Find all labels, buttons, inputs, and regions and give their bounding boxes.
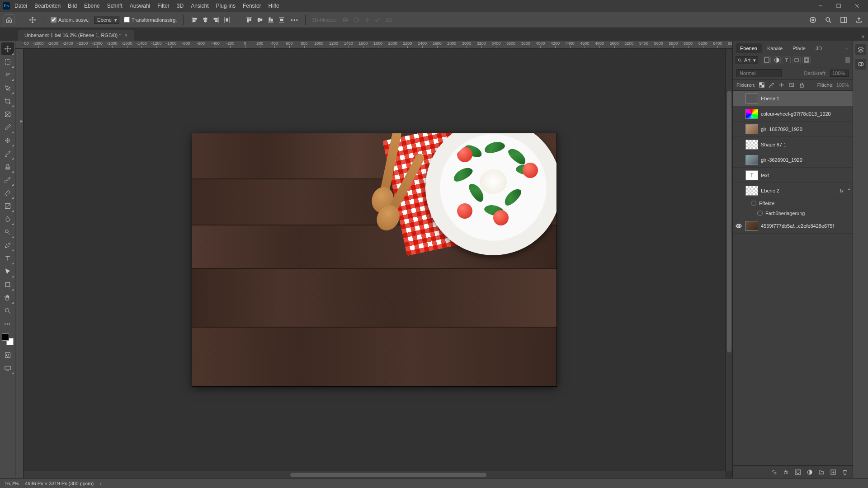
blur-tool[interactable]	[1, 213, 14, 225]
horizontal-scrollbar[interactable]	[24, 471, 725, 478]
layer-name[interactable]: 4559f777db5af...c2efe8428e675f	[761, 223, 851, 229]
dodge-tool[interactable]	[1, 226, 14, 239]
effects-header[interactable]: Effekte	[733, 198, 853, 208]
layer-thumbnail[interactable]	[745, 109, 758, 119]
filter-adjust-icon[interactable]	[773, 56, 781, 64]
stamp-tool[interactable]	[1, 160, 14, 173]
canvas-viewport[interactable]	[24, 49, 725, 471]
delete-layer-icon[interactable]	[841, 468, 849, 476]
filter-type-icon[interactable]	[783, 56, 791, 64]
close-tab-icon[interactable]: ×	[124, 33, 127, 38]
filter-toggle[interactable]	[845, 57, 850, 63]
history-brush-tool[interactable]	[1, 174, 14, 186]
align-vcenter-icon[interactable]	[255, 15, 264, 24]
layer-thumbnail[interactable]	[745, 221, 758, 231]
layer-name[interactable]: Ebene 1	[761, 96, 851, 101]
layer-row[interactable]: Ebene 2fx⌃	[733, 183, 853, 198]
layer-row[interactable]: 4559f777db5af...c2efe8428e675f	[733, 218, 853, 234]
menu-plug-ins[interactable]: Plug-ins	[212, 1, 239, 11]
ruler-vertical[interactable]: 0	[15, 49, 24, 478]
edit-toolbar-icon[interactable]: ⋯	[1, 318, 14, 330]
lock-all-icon[interactable]	[798, 81, 805, 89]
group-layers-icon[interactable]	[817, 468, 826, 476]
frame-tool[interactable]	[1, 108, 14, 121]
visibility-toggle[interactable]	[735, 94, 743, 103]
filter-shape-icon[interactable]	[793, 56, 801, 64]
auto-select-target-select[interactable]: Ebene ▾	[94, 16, 119, 24]
scrollbar-thumb[interactable]	[290, 473, 487, 477]
zoom-tool[interactable]	[1, 305, 14, 317]
layer-thumbnail[interactable]	[745, 155, 758, 165]
layer-row[interactable]: girl-1867092_1920	[733, 122, 853, 137]
panel-tab-ebenen[interactable]: Ebenen	[736, 43, 762, 53]
share-button[interactable]	[854, 14, 864, 25]
align-top-icon[interactable]	[245, 15, 254, 24]
lasso-tool[interactable]	[1, 69, 14, 81]
window-maximize[interactable]	[830, 0, 847, 11]
menu-3d[interactable]: 3D	[173, 1, 187, 11]
marquee-tool[interactable]	[1, 56, 14, 68]
ruler-origin[interactable]	[15, 41, 24, 49]
document-tab[interactable]: Unbenannt-1 bei 16,2% (Ebene 1, RGB/8) *…	[18, 30, 134, 41]
fx-badge[interactable]: fx	[840, 188, 844, 193]
visibility-toggle[interactable]	[735, 141, 743, 149]
layer-fx-icon[interactable]: fx	[782, 468, 790, 476]
eyedropper-tool[interactable]	[1, 121, 14, 134]
menu-datei[interactable]: Datei	[11, 1, 31, 11]
menu-filter[interactable]: Filter	[154, 1, 173, 11]
gradient-tool[interactable]	[1, 200, 14, 212]
hand-tool[interactable]	[1, 291, 14, 304]
healing-tool[interactable]	[1, 134, 14, 147]
adjustment-layer-icon[interactable]	[806, 468, 814, 476]
layer-thumbnail[interactable]	[745, 140, 758, 150]
pen-tool[interactable]	[1, 239, 14, 252]
effect-item[interactable]: Farbüberlagerung	[733, 208, 853, 218]
panel-tab-3d[interactable]: 3D	[811, 43, 826, 53]
visibility-toggle[interactable]	[735, 110, 743, 118]
canvas[interactable]	[192, 133, 557, 386]
visibility-toggle[interactable]	[735, 171, 743, 179]
distribute-v-icon[interactable]	[277, 15, 286, 24]
scrollbar-thumb[interactable]	[727, 91, 731, 352]
zoom-readout[interactable]: 16,2%	[5, 481, 19, 486]
screenmode-toggle[interactable]	[1, 362, 14, 375]
ruler-horizontal[interactable]: -3000-2800-2600-2400-2200-2000-1800-1600…	[24, 41, 732, 49]
brush-tool[interactable]	[1, 147, 14, 160]
window-close[interactable]	[848, 0, 865, 11]
layer-row[interactable]: Ttext	[733, 168, 853, 183]
layer-row[interactable]: girl-3626901_1920	[733, 152, 853, 168]
lock-pixels-icon[interactable]	[758, 81, 765, 89]
shape-tool[interactable]	[1, 278, 14, 291]
vertical-scrollbar[interactable]	[725, 49, 732, 471]
visibility-toggle[interactable]	[735, 156, 743, 164]
panel-tab-pfade[interactable]: Pfade	[788, 43, 810, 53]
fill-input[interactable]: 100%	[836, 82, 849, 88]
layer-name[interactable]: Ebene 2	[761, 188, 837, 193]
move-tool[interactable]	[1, 42, 14, 55]
menu-ebene[interactable]: Ebene	[80, 1, 104, 11]
menu-bild[interactable]: Bild	[64, 1, 80, 11]
menu-hilfe[interactable]: Hilfe	[265, 1, 283, 11]
layer-name[interactable]: girl-3626901_1920	[761, 157, 851, 163]
quickmask-toggle[interactable]	[1, 349, 14, 361]
eraser-tool[interactable]	[1, 187, 14, 199]
opacity-input[interactable]: 100%	[830, 70, 849, 77]
filter-pixel-icon[interactable]	[763, 56, 771, 64]
distribute-h-icon[interactable]	[222, 15, 231, 24]
lock-artboard-icon[interactable]	[788, 81, 795, 89]
lock-position-icon[interactable]	[778, 81, 785, 89]
auto-select-checkbox[interactable]: Autom. ausw.:	[51, 17, 90, 23]
panel-tab-kanäle[interactable]: Kanäle	[763, 43, 787, 53]
more-options-icon[interactable]: •••	[291, 17, 299, 23]
layer-row[interactable]: colour-wheel-g97f78d013_1920	[733, 106, 853, 122]
menu-bearbeiten[interactable]: Bearbeiten	[31, 1, 64, 11]
menu-auswahl[interactable]: Auswahl	[126, 1, 154, 11]
layer-list[interactable]: Ebene 1colour-wheel-g97f78d013_1920girl-…	[733, 91, 853, 465]
visibility-toggle[interactable]	[735, 125, 743, 133]
align-bottom-icon[interactable]	[266, 15, 275, 24]
path-select-tool[interactable]	[1, 265, 14, 278]
type-tool[interactable]	[1, 252, 14, 265]
layer-name[interactable]: girl-1867092_1920	[761, 127, 851, 132]
search-button[interactable]	[823, 14, 834, 25]
layer-name[interactable]: text	[761, 173, 851, 178]
